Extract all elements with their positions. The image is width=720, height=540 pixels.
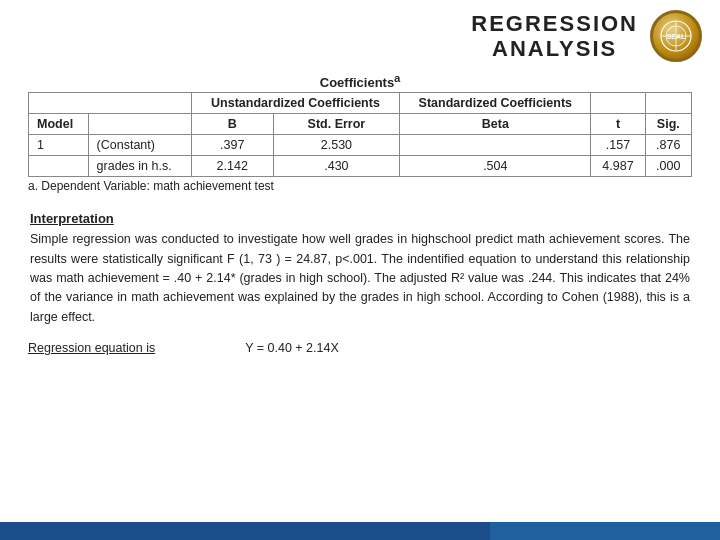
reg-equation-formula: Y = 0.40 + 2.14X (245, 341, 339, 355)
badge-logo: SEAL (650, 10, 702, 62)
col-unstandardized-header: Unstandardized Coefficients (191, 93, 399, 114)
table-caption-superscript: a (394, 72, 400, 84)
cell-beta (400, 135, 591, 156)
interpretation-paragraph: Simple regression was conducted to inves… (30, 230, 690, 327)
col-t-spacer (591, 93, 645, 114)
cell-beta: .504 (400, 156, 591, 177)
bottom-bar (0, 522, 720, 540)
col-B-subheader: B (191, 114, 273, 135)
col-standardized-header: Standardized Coefficients (400, 93, 591, 114)
table-footnote: a. Dependent Variable: math achievement … (28, 179, 692, 193)
cell-sig: .876 (645, 135, 691, 156)
table-caption: Coefficientsa (28, 72, 692, 90)
badge-icon: SEAL (659, 19, 693, 53)
coefficients-table: Unstandardized Coefficients Standardized… (28, 92, 692, 177)
col-stderr-subheader: Std. Error (273, 114, 400, 135)
bottom-bar-inner (0, 522, 490, 540)
table-caption-text: Coefficients (320, 75, 394, 90)
interpretation-section: Interpretation Simple regression was con… (28, 211, 692, 327)
col-model-header (29, 93, 192, 114)
cell-sig: .000 (645, 156, 691, 177)
regression-equation-line: Regression equation is Y = 0.40 + 2.14X (28, 341, 692, 355)
title-line1: REGRESSION (471, 11, 638, 36)
cell-stderr: 2.530 (273, 135, 400, 156)
header: REGRESSION ANALYSIS SEAL (0, 0, 720, 66)
cell-stderr: .430 (273, 156, 400, 177)
table-row: 1(Constant).3972.530.157.876 (29, 135, 692, 156)
table-section: Coefficientsa Unstandardized Coefficient… (28, 72, 692, 193)
main-content: Coefficientsa Unstandardized Coefficient… (0, 72, 720, 355)
col-model-subheader: Model (29, 114, 89, 135)
cell-B: .397 (191, 135, 273, 156)
cell-model: 1 (29, 135, 89, 156)
col-beta-subheader: Beta (400, 114, 591, 135)
cell-label: (Constant) (88, 135, 191, 156)
col-sig-subheader: Sig. (645, 114, 691, 135)
cell-t: .157 (591, 135, 645, 156)
interpretation-heading: Interpretation (30, 211, 690, 226)
col-sig-spacer (645, 93, 691, 114)
cell-model (29, 156, 89, 177)
page-title: REGRESSION ANALYSIS (471, 11, 638, 62)
cell-label: grades in h.s. (88, 156, 191, 177)
table-row: grades in h.s.2.142.430.5044.987.000 (29, 156, 692, 177)
reg-equation-label: Regression equation is (28, 341, 155, 355)
svg-text:SEAL: SEAL (667, 33, 686, 40)
title-line2: ANALYSIS (471, 36, 638, 61)
col-t-subheader: t (591, 114, 645, 135)
cell-B: 2.142 (191, 156, 273, 177)
cell-t: 4.987 (591, 156, 645, 177)
col-label-subheader (88, 114, 191, 135)
